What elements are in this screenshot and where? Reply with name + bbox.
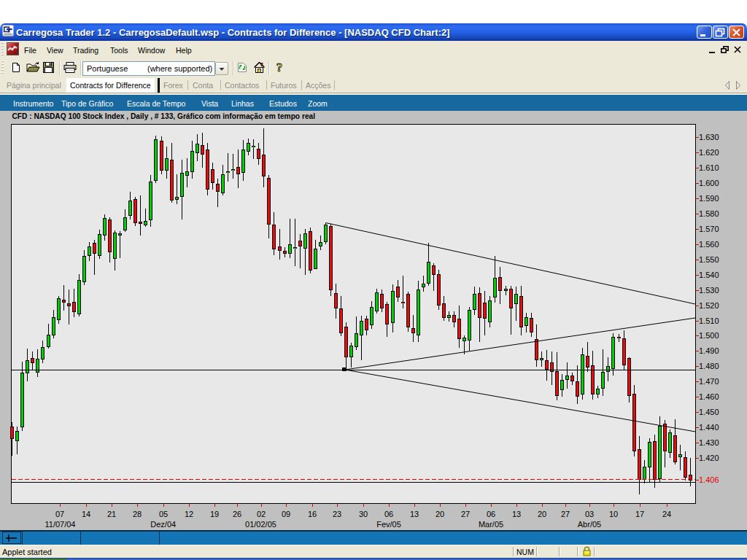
svg-text:1.490: 1.490: [699, 346, 719, 355]
svg-text:13: 13: [410, 510, 419, 518]
svg-text:11/07/04: 11/07/04: [44, 520, 75, 529]
svg-text:1.550: 1.550: [699, 255, 719, 264]
svg-text:12: 12: [185, 510, 193, 518]
svg-text:1.480: 1.480: [699, 362, 719, 370]
svg-text:16: 16: [308, 510, 317, 518]
svg-text:?: ?: [276, 61, 283, 74]
svg-text:Fev/05: Fev/05: [376, 520, 401, 529]
svg-text:1.460: 1.460: [699, 392, 719, 401]
svg-text:1.470: 1.470: [699, 377, 719, 386]
svg-text:27: 27: [561, 510, 570, 518]
svg-text:30: 30: [359, 510, 368, 518]
svg-text:26: 26: [233, 510, 241, 518]
svg-text:17: 17: [635, 510, 644, 518]
svg-text:1.560: 1.560: [699, 240, 719, 249]
svg-text:1.450: 1.450: [699, 408, 719, 416]
svg-text:1.440: 1.440: [699, 423, 719, 432]
svg-text:20: 20: [436, 510, 444, 518]
svg-text:19: 19: [210, 510, 219, 518]
svg-text:07: 07: [55, 510, 64, 518]
svg-text:1.630: 1.630: [699, 133, 719, 141]
svg-text:03: 03: [585, 510, 594, 518]
svg-text:06: 06: [384, 510, 393, 518]
svg-text:1.590: 1.590: [699, 194, 719, 203]
svg-text:1.500: 1.500: [699, 331, 719, 340]
svg-text:23: 23: [333, 510, 341, 518]
svg-text:1.530: 1.530: [699, 286, 719, 295]
svg-text:CFD : NASDAQ 100 Stock Index ,: CFD : NASDAQ 100 Stock Index , Daily , #…: [12, 112, 316, 120]
svg-text:28: 28: [133, 510, 142, 518]
svg-text:1.570: 1.570: [699, 225, 719, 233]
svg-text:02: 02: [257, 510, 266, 518]
svg-text:27: 27: [461, 510, 470, 518]
svg-text:1.420: 1.420: [699, 454, 719, 462]
svg-text:06: 06: [487, 510, 495, 518]
svg-text:21: 21: [107, 510, 116, 518]
svg-text:Abr/05: Abr/05: [578, 520, 601, 529]
svg-text:1.580: 1.580: [699, 209, 719, 218]
svg-text:1.610: 1.610: [699, 163, 719, 172]
svg-text:20: 20: [538, 510, 546, 518]
svg-text:1.600: 1.600: [699, 179, 719, 187]
svg-text:01/02/05: 01/02/05: [245, 520, 276, 529]
svg-text:1.620: 1.620: [699, 148, 719, 157]
svg-text:14: 14: [82, 510, 90, 518]
svg-text:1.510: 1.510: [699, 316, 719, 325]
svg-text:Mar/05: Mar/05: [479, 520, 503, 529]
svg-text:24: 24: [662, 510, 671, 518]
svg-text:1.520: 1.520: [699, 301, 719, 310]
svg-text:1.430: 1.430: [699, 438, 719, 447]
svg-text:1.406: 1.406: [699, 475, 719, 484]
svg-text:13: 13: [512, 510, 521, 518]
svg-text:05: 05: [159, 510, 168, 518]
svg-text:09: 09: [282, 510, 290, 518]
svg-text:1.540: 1.540: [699, 271, 719, 279]
svg-text:10: 10: [609, 510, 618, 518]
svg-text:Dez/04: Dez/04: [150, 520, 176, 529]
